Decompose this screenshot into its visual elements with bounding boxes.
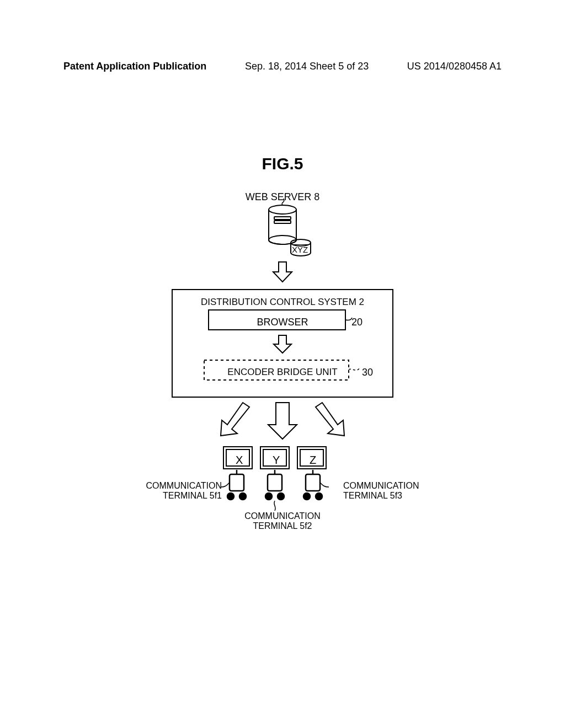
svg-point-1 (269, 235, 296, 244)
page-header: Patent Application Publication Sep. 18, … (63, 61, 502, 72)
web-server-icon (269, 199, 296, 244)
svg-point-16 (265, 493, 272, 500)
svg-rect-2 (274, 217, 291, 220)
svg-point-0 (269, 205, 296, 214)
svg-rect-7 (226, 449, 249, 466)
svg-rect-9 (263, 449, 286, 466)
svg-point-14 (239, 493, 246, 500)
header-publication: Patent Application Publication (63, 61, 206, 72)
svg-point-20 (316, 493, 322, 500)
header-pub-number: US 2014/0280458 A1 (407, 61, 502, 72)
arrow-down-left-icon (221, 403, 249, 436)
svg-rect-11 (300, 449, 323, 466)
arrow-down-center-icon (268, 403, 297, 439)
screen-x-icon (223, 447, 252, 469)
screen-z-icon (297, 447, 326, 469)
figure-diagram (0, 188, 565, 554)
encoder-bridge-box (204, 360, 349, 380)
svg-rect-15 (268, 474, 282, 491)
projector-f3-icon (303, 470, 322, 500)
screen-y-icon (260, 447, 289, 469)
svg-point-19 (303, 493, 310, 500)
data-cylinder-xyz-icon (291, 239, 311, 256)
arrow-down-server-to-dcs-icon (273, 262, 292, 282)
page: Patent Application Publication Sep. 18, … (0, 0, 565, 728)
figure-title: FIG.5 (0, 154, 565, 173)
arrow-down-browser-to-encoder-icon (274, 335, 291, 353)
svg-rect-12 (230, 474, 244, 491)
arrow-down-right-icon (316, 403, 344, 436)
projector-f1-icon (227, 470, 246, 500)
svg-point-17 (278, 493, 284, 500)
svg-point-13 (227, 493, 234, 500)
svg-rect-3 (274, 221, 291, 223)
projector-f2-icon (265, 470, 284, 500)
distribution-control-system-box (172, 290, 393, 397)
browser-box (209, 310, 345, 330)
header-date-sheet: Sep. 18, 2014 Sheet 5 of 23 (245, 61, 369, 72)
svg-rect-18 (306, 474, 320, 491)
